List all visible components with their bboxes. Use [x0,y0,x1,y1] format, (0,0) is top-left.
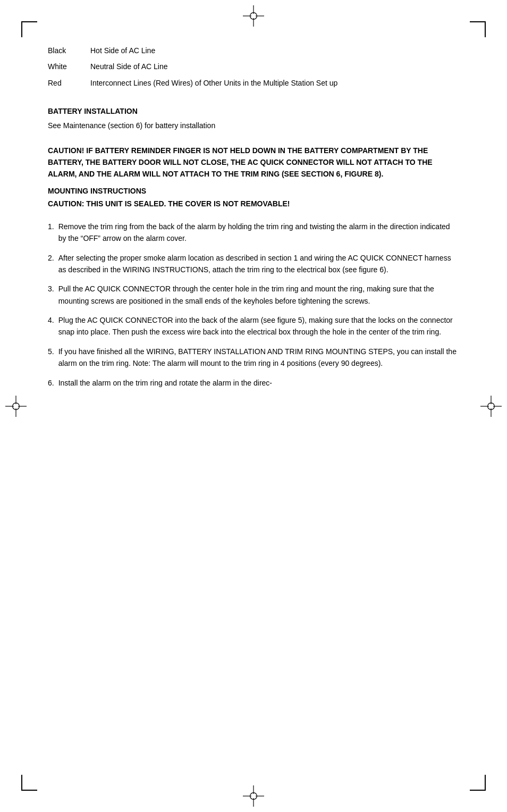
list-number: 1. [48,221,54,245]
list-item: 5.If you have finished all the WIRING, B… [48,346,459,370]
list-item: 4.Plug the AC QUICK CONNECTOR into the b… [48,314,459,338]
list-item: 1.Remove the trim ring from the back of … [48,221,459,245]
battery-body: See Maintenance (section 6) for battery … [48,120,459,131]
corner-mark-tr [470,21,486,37]
mounting-caution: CAUTION: THIS UNIT IS SEALED. THE COVER … [48,199,459,208]
list-text: After selecting the proper smoke alarm l… [58,252,459,276]
list-item: 3.Pull the AC QUICK CONNECTOR through th… [48,283,459,307]
battery-section: BATTERY INSTALLATION See Maintenance (se… [48,107,459,131]
reg-mark-top [243,5,264,27]
mounting-section: MOUNTING INSTRUCTIONS CAUTION: THIS UNIT… [48,187,459,208]
wire-color-table: Black Hot Side of AC Line White Neutral … [48,43,459,91]
corner-mark-tl [21,21,37,37]
battery-caution: CAUTION! IF BATTERY REMINDER FINGER IS N… [48,145,459,180]
list-text: If you have finished all the WIRING, BAT… [58,346,459,370]
wire-desc-black: Hot Side of AC Line [90,43,459,58]
content-area: Black Hot Side of AC Line White Neutral … [48,43,459,769]
list-number: 2. [48,252,54,276]
mounting-title: MOUNTING INSTRUCTIONS [48,187,459,195]
list-item: 6.Install the alarm on the trim ring and… [48,377,459,389]
list-number: 6. [48,377,54,389]
wire-desc-white: Neutral Side of AC Line [90,58,459,74]
list-number: 5. [48,346,54,370]
wire-color-red: Red [48,75,90,91]
list-number: 3. [48,283,54,307]
list-text: Remove the trim ring from the back of th… [58,221,459,245]
page: Black Hot Side of AC Line White Neutral … [0,0,507,812]
list-text: Plug the AC QUICK CONNECTOR into the bac… [58,314,459,338]
reg-mark-left [5,396,27,417]
mounting-steps-list: 1.Remove the trim ring from the back of … [48,221,459,389]
reg-mark-right [480,396,502,417]
corner-mark-bl [21,775,37,791]
wire-color-white: White [48,58,90,74]
reg-mark-bottom [243,785,264,807]
list-text: Pull the AC QUICK CONNECTOR through the … [58,283,459,307]
list-text: Install the alarm on the trim ring and r… [58,377,459,389]
battery-title: BATTERY INSTALLATION [48,107,459,115]
list-item: 2.After selecting the proper smoke alarm… [48,252,459,276]
list-number: 4. [48,314,54,338]
wire-color-black: Black [48,43,90,58]
wire-desc-red: Interconnect Lines (Red Wires) of Other … [90,75,459,91]
corner-mark-br [470,775,486,791]
